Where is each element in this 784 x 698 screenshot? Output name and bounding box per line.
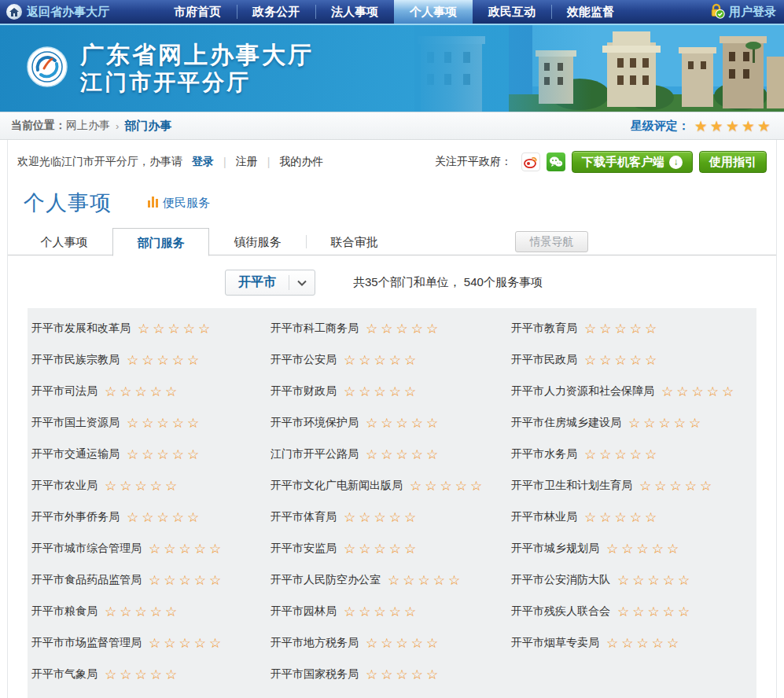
department-link[interactable]: 开平市司法局 xyxy=(31,384,98,399)
department-rating-stars: ☆☆☆☆☆ xyxy=(344,354,419,367)
department-link[interactable]: 开平市烟草专卖局 xyxy=(511,636,599,650)
department-rating-stars: ☆☆☆☆☆ xyxy=(127,354,202,367)
department-link[interactable]: 开平市文化广电新闻出版局 xyxy=(271,479,403,493)
department-link[interactable]: 开平市公安局 xyxy=(271,353,337,367)
department-rating-stars: ☆☆☆☆☆ xyxy=(105,605,180,619)
department-link[interactable]: 开平市城乡规划局 xyxy=(511,542,599,556)
department-cell: 开平市城乡规划局☆☆☆☆☆ xyxy=(511,542,756,556)
department-rating-stars: ☆☆☆☆☆ xyxy=(606,542,682,556)
department-link[interactable]: 开平市农业局 xyxy=(31,479,98,493)
department-link[interactable]: 开平市水务局 xyxy=(511,447,577,461)
department-link[interactable]: 开平市交通运输局 xyxy=(31,447,120,461)
department-link[interactable]: 开平市粮食局 xyxy=(31,604,98,619)
register-link[interactable]: 注册 xyxy=(236,155,258,169)
login-link[interactable]: 登录 xyxy=(192,155,214,169)
scene-navigation-button[interactable]: 情景导航 xyxy=(515,231,588,252)
department-link[interactable]: 开平市园林局 xyxy=(271,604,337,619)
department-link[interactable]: 开平市食品药品监管局 xyxy=(31,573,142,587)
department-rating-stars: ☆☆☆☆☆ xyxy=(105,385,180,399)
user-login-label: 用户登录 xyxy=(729,5,776,20)
department-rating-stars: ☆☆☆☆☆ xyxy=(344,605,419,619)
home-icon xyxy=(6,4,22,20)
site-banner: 广东省网上办事大厅 江门市开平分厅 xyxy=(0,25,784,112)
department-link[interactable]: 开平市城市综合管理局 xyxy=(31,542,142,556)
breadcrumb-link-online-services[interactable]: 网上办事 xyxy=(66,119,110,133)
department-cell: 开平市卫生和计划生育局☆☆☆☆☆ xyxy=(511,479,756,493)
department-link[interactable]: 开平市残疾人联合会 xyxy=(511,604,610,619)
department-cell: 开平市气象局☆☆☆☆☆ xyxy=(31,667,271,681)
user-login-link[interactable]: 用户登录 xyxy=(709,0,776,24)
tab-item[interactable]: 镇街服务 xyxy=(209,228,306,255)
nav-item-link[interactable]: 市府首页 xyxy=(158,0,237,24)
department-rating-stars: ☆☆☆☆☆ xyxy=(628,417,704,430)
rating-stars: ★★★★★ xyxy=(694,119,773,134)
department-link[interactable]: 江门市开平公路局 xyxy=(271,447,359,461)
follow-gov-label: 关注开平政府： xyxy=(435,155,512,169)
department-link[interactable]: 开平市体育局 xyxy=(271,510,337,524)
department-cell: 开平市科工商务局☆☆☆☆☆ xyxy=(271,321,511,336)
tab-active[interactable]: 部门服务 xyxy=(112,228,209,256)
tab-item[interactable]: 个人事项 xyxy=(16,228,112,255)
department-link[interactable]: 开平市国家税务局 xyxy=(271,667,359,681)
page-title-row: 个人事项 便民服务 xyxy=(8,181,776,228)
department-link[interactable]: 开平市住房城乡建设局 xyxy=(511,416,621,430)
nav-item-link[interactable]: 效能监督 xyxy=(551,0,630,24)
department-link[interactable]: 开平市科工商务局 xyxy=(271,321,359,336)
department-link[interactable]: 开平市人民防空办公室 xyxy=(271,573,381,587)
usage-guide-button[interactable]: 使用指引 xyxy=(699,151,767,173)
department-link[interactable]: 开平市民政局 xyxy=(511,353,577,367)
department-rating-stars: ☆☆☆☆☆ xyxy=(105,479,180,493)
department-link[interactable]: 开平市林业局 xyxy=(511,510,577,524)
department-rating-stars: ☆☆☆☆☆ xyxy=(138,322,213,336)
department-link[interactable]: 开平市地方税务局 xyxy=(271,636,359,650)
department-list-panel: 开平市发展和改革局☆☆☆☆☆开平市科工商务局☆☆☆☆☆开平市教育局☆☆☆☆☆开平… xyxy=(28,308,756,698)
nav-item-link[interactable]: 政民互动 xyxy=(473,0,551,24)
department-link[interactable]: 开平市安监局 xyxy=(271,542,337,556)
convenience-services-link[interactable]: 便民服务 xyxy=(148,196,210,211)
site-logo xyxy=(27,46,68,90)
wechat-icon[interactable] xyxy=(547,152,565,171)
department-link[interactable]: 开平市人力资源和社会保障局 xyxy=(511,384,654,399)
department-rating-stars: ☆☆☆☆☆ xyxy=(410,479,485,493)
department-rating-stars: ☆☆☆☆☆ xyxy=(584,511,660,524)
top-nav-bar: 返回省办事大厅 市府首页政务公开法人事项个人事项政民互动效能监督 用户登录 xyxy=(0,0,784,24)
department-cell: 开平市体育局☆☆☆☆☆ xyxy=(271,510,511,524)
department-link[interactable]: 开平市发展和改革局 xyxy=(31,321,131,336)
department-link[interactable]: 开平市公安消防大队 xyxy=(511,573,610,587)
department-rating-stars: ☆☆☆☆☆ xyxy=(617,605,693,619)
department-cell: 开平市食品药品监管局☆☆☆☆☆ xyxy=(31,573,271,587)
weibo-icon[interactable] xyxy=(521,152,540,171)
department-link[interactable]: 开平市气象局 xyxy=(31,667,98,681)
department-link[interactable]: 开平市卫生和计划生育局 xyxy=(511,479,632,493)
return-province-hall-link[interactable]: 返回省办事大厅 xyxy=(0,0,109,24)
department-rating-stars: ☆☆☆☆☆ xyxy=(366,322,441,336)
department-cell: 开平市人力资源和社会保障局☆☆☆☆☆ xyxy=(511,384,756,399)
nav-item-active[interactable]: 个人事项 xyxy=(394,0,473,24)
department-cell: 开平市水务局☆☆☆☆☆ xyxy=(511,447,756,461)
nav-item-link[interactable]: 法人事项 xyxy=(315,0,394,24)
department-cell: 开平市外事侨务局☆☆☆☆☆ xyxy=(31,510,271,524)
download-mobile-app-button[interactable]: 下载手机客户端 ↓ xyxy=(572,151,693,173)
department-rating-stars: ☆☆☆☆☆ xyxy=(149,574,224,587)
breadcrumb-label: 当前位置： xyxy=(11,119,66,133)
department-link[interactable]: 开平市市场监督管理局 xyxy=(31,636,142,650)
main-content-box: 欢迎光临江门市开平分厅，办事请 登录 | 注册 | 我的办件 关注开平政府： xyxy=(7,140,777,698)
region-dropdown[interactable]: 开平市 xyxy=(225,270,315,296)
my-items-link[interactable]: 我的办件 xyxy=(279,155,323,169)
department-link[interactable]: 开平市外事侨务局 xyxy=(31,510,120,524)
department-rating-stars: ☆☆☆☆☆ xyxy=(584,354,660,367)
department-link[interactable]: 开平市国土资源局 xyxy=(31,416,120,430)
department-link[interactable]: 开平市教育局 xyxy=(511,321,577,336)
nav-item-link[interactable]: 政务公开 xyxy=(237,0,315,24)
department-link[interactable]: 开平市财政局 xyxy=(271,384,337,399)
department-link[interactable]: 开平市民族宗教局 xyxy=(31,353,120,367)
tab-item[interactable]: 联合审批 xyxy=(306,228,403,255)
department-link[interactable]: 开平市环境保护局 xyxy=(271,416,359,430)
filter-row: 开平市 共35个部门和单位， 540个服务事项 xyxy=(209,255,776,296)
department-rating-stars: ☆☆☆☆☆ xyxy=(639,479,715,493)
department-cell: 开平市市场监督管理局☆☆☆☆☆ xyxy=(31,636,271,650)
star-rating-label: 星级评定： xyxy=(631,119,690,134)
department-cell: 开平市发展和改革局☆☆☆☆☆ xyxy=(31,321,271,336)
banner-title-line2: 江门市开平分厅 xyxy=(80,69,314,96)
convenience-services-label: 便民服务 xyxy=(163,196,210,211)
